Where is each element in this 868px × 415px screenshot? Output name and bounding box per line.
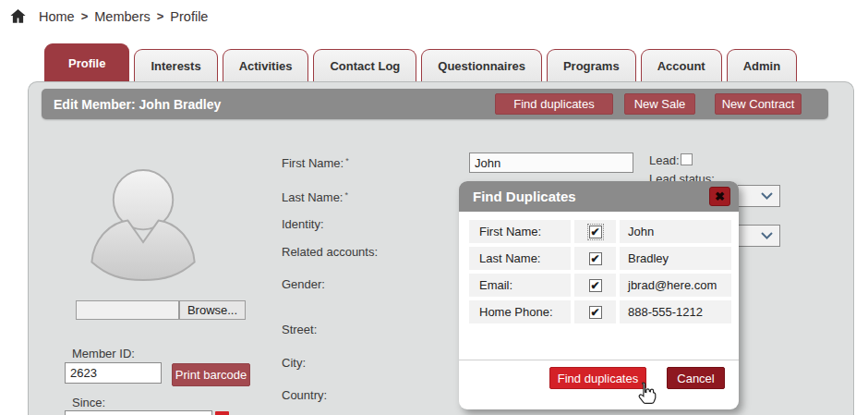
required-marker: * (345, 156, 349, 165)
lead-checkbox[interactable] (681, 153, 693, 165)
find-duplicates-button[interactable]: Find duplicates (495, 93, 613, 115)
modal-find-duplicates-button[interactable]: Find duplicates (549, 367, 646, 389)
chevron-down-icon (761, 192, 773, 200)
required-marker: * (344, 190, 348, 200)
city-label: City: (282, 356, 306, 370)
breadcrumb-members[interactable]: Members (94, 9, 150, 24)
member-id-label: Member ID: (72, 347, 135, 360)
last-name-check[interactable]: ✔ (589, 252, 602, 265)
tab-programs[interactable]: Programs (547, 49, 636, 81)
related-accounts-label: Related accounts: (282, 245, 378, 259)
browse-button[interactable]: Browse... (179, 300, 246, 320)
duplicate-row-first-name: First Name: ✔ John (469, 220, 731, 243)
dialog-header: Find Duplicates ✖ (459, 181, 739, 212)
breadcrumb-separator: > (81, 9, 89, 23)
breadcrumb-profile[interactable]: Profile (170, 9, 208, 24)
home-phone-check[interactable]: ✔ (589, 306, 602, 319)
tab-bar: Profile Interests Activities Contact Log… (44, 43, 797, 81)
new-sale-button[interactable]: New Sale (624, 93, 695, 115)
print-barcode-button[interactable]: Print barcode (172, 363, 250, 386)
tab-contact-log[interactable]: Contact Log (313, 49, 416, 81)
tab-account[interactable]: Account (641, 49, 722, 81)
row-value: John (620, 220, 731, 243)
photo-file-input[interactable] (76, 300, 179, 320)
row-label: Last Name: (469, 247, 571, 270)
tab-interests[interactable]: Interests (134, 49, 217, 81)
footer-divider (459, 360, 739, 360)
member-photo-placeholder (85, 166, 203, 282)
breadcrumb-separator: > (157, 9, 164, 23)
first-name-input[interactable] (469, 153, 633, 173)
tab-profile[interactable]: Profile (44, 43, 129, 81)
street-label: Street: (282, 323, 317, 336)
tab-questionnaires[interactable]: Questionnaires (421, 49, 542, 81)
row-value: jbrad@here.com (620, 274, 731, 297)
country-label: Country: (282, 388, 327, 402)
row-label: Home Phone: (469, 300, 571, 323)
identity-label: Identity: (282, 217, 324, 231)
breadcrumb-home[interactable]: Home (39, 9, 75, 24)
row-label: First Name: (469, 220, 571, 243)
row-label: Email: (469, 274, 571, 297)
duplicate-row-email: Email: ✔ jbrad@here.com (469, 274, 731, 297)
member-id-input[interactable] (65, 362, 162, 384)
last-name-label: Last Name:* (282, 190, 348, 204)
email-check[interactable]: ✔ (589, 279, 602, 292)
duplicate-row-last-name: Last Name: ✔ Bradley (469, 247, 731, 270)
member-profile-page: Home > Members > Profile Profile Interes… (0, 0, 868, 415)
find-duplicates-dialog: Find Duplicates ✖ First Name: ✔ John Las… (459, 181, 739, 409)
row-value: 888-555-1212 (620, 300, 731, 323)
page-title: Edit Member: John Bradley (54, 97, 221, 112)
edit-member-header: Edit Member: John Bradley Find duplicate… (42, 89, 828, 119)
close-icon[interactable]: ✖ (709, 187, 730, 206)
calendar-icon[interactable] (215, 411, 229, 415)
since-input[interactable] (65, 410, 212, 415)
first-name-label: First Name:* (282, 156, 349, 170)
since-label: Since: (72, 396, 105, 409)
tab-admin[interactable]: Admin (727, 49, 797, 81)
modal-cancel-button[interactable]: Cancel (667, 367, 725, 389)
first-name-check[interactable]: ✔ (589, 226, 602, 238)
chevron-down-icon (761, 232, 773, 239)
new-contract-button[interactable]: New Contract (715, 93, 802, 115)
duplicate-row-home-phone: Home Phone: ✔ 888-555-1212 (469, 300, 731, 323)
gender-label: Gender: (282, 277, 325, 291)
breadcrumb: Home > Members > Profile (9, 7, 208, 25)
lead-label: Lead: (649, 153, 680, 167)
dialog-title: Find Duplicates (473, 189, 576, 204)
tab-activities[interactable]: Activities (223, 49, 309, 81)
row-value: Bradley (620, 247, 731, 270)
home-icon[interactable] (9, 7, 27, 25)
